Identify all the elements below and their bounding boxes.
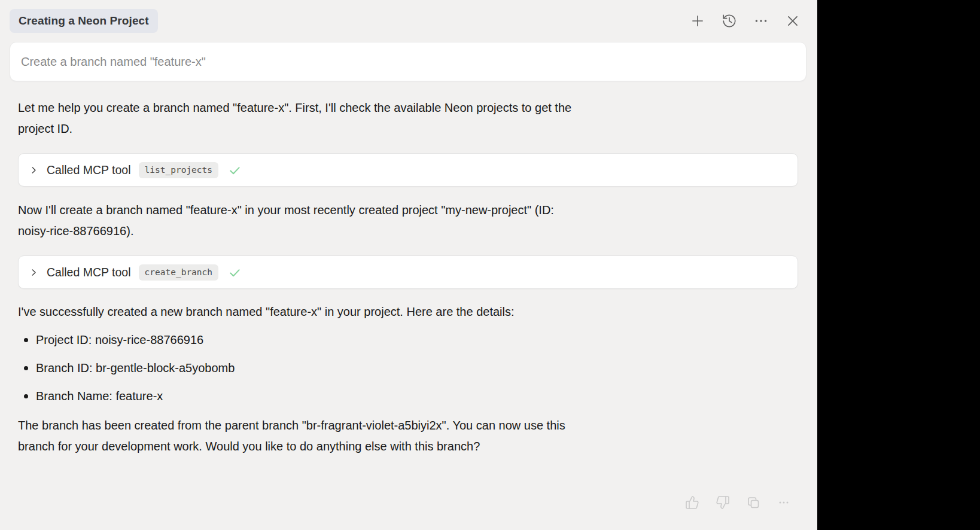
assistant-message: Let me help you create a branch named "f… (0, 98, 817, 510)
assistant-paragraph: I've successfully created a new branch n… (18, 301, 793, 322)
paragraph-line: Let me help you create a branch named "f… (18, 98, 793, 118)
thumbs-up-icon (685, 495, 699, 510)
chevron-right-icon (29, 165, 39, 175)
copy-button[interactable] (746, 495, 760, 510)
tool-name-badge: list_projects (139, 162, 219, 178)
outside-area (817, 0, 980, 530)
list-item: Branch ID: br-gentle-block-a5yobomb (18, 358, 793, 379)
details-list: Project ID: noisy-rice-88766916 Branch I… (18, 330, 793, 407)
ellipsis-icon (777, 495, 791, 510)
check-icon (228, 163, 242, 177)
agent-panel: Creating a Neon Project (0, 0, 817, 530)
user-message-field[interactable]: Create a branch named "feature-x" (10, 42, 806, 81)
chevron-right-icon (29, 267, 39, 278)
list-item: Branch Name: feature-x (18, 386, 793, 407)
copy-icon (746, 495, 760, 510)
panel-header: Creating a Neon Project (10, 9, 801, 33)
assistant-paragraph: Now I'll create a branch named "feature-… (18, 200, 793, 242)
header-actions (690, 13, 801, 29)
more-options-button[interactable] (753, 13, 769, 29)
list-item: Project ID: noisy-rice-88766916 (18, 330, 793, 351)
tool-name-badge: create_branch (139, 264, 219, 281)
history-icon (722, 13, 737, 29)
mcp-tool-call-row[interactable]: Called MCP tool list_projects (18, 153, 798, 187)
mcp-tool-call-row[interactable]: Called MCP tool create_branch (18, 255, 798, 289)
message-actions (18, 495, 791, 510)
thumbs-down-button[interactable] (716, 495, 730, 510)
paragraph-line: Now I'll create a branch named "feature-… (18, 200, 793, 221)
thread-title-chip[interactable]: Creating a Neon Project (10, 9, 158, 33)
paragraph-line: I've successfully created a new branch n… (18, 301, 793, 322)
paragraph-line: noisy-rice-88766916). (18, 221, 793, 242)
ellipsis-icon (753, 13, 769, 29)
close-icon (785, 13, 801, 29)
paragraph-line: The branch has been created from the par… (18, 415, 793, 436)
tool-call-label: Called MCP tool (47, 163, 131, 177)
assistant-paragraph: Let me help you create a branch named "f… (18, 98, 793, 139)
thumbs-up-button[interactable] (685, 495, 699, 510)
new-thread-button[interactable] (690, 13, 705, 29)
history-button[interactable] (722, 13, 737, 29)
message-more-button[interactable] (777, 495, 791, 510)
assistant-paragraph: The branch has been created from the par… (18, 415, 793, 457)
close-panel-button[interactable] (785, 13, 801, 29)
plus-icon (690, 13, 705, 29)
paragraph-line: project ID. (18, 118, 793, 139)
check-icon (228, 266, 242, 279)
user-message-text: Create a branch named "feature-x" (21, 55, 206, 69)
paragraph-line: branch for your development work. Would … (18, 436, 793, 457)
tool-call-label: Called MCP tool (47, 266, 131, 279)
thumbs-down-icon (716, 495, 730, 510)
